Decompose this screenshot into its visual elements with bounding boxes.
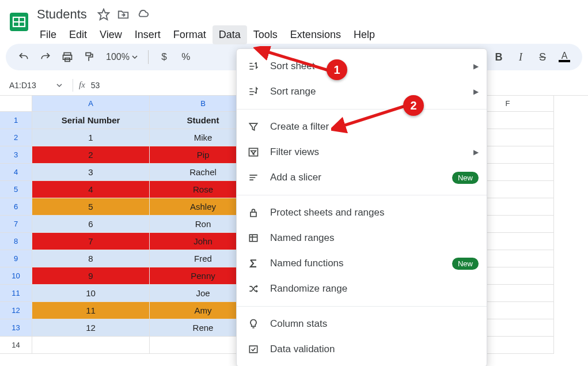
cell[interactable]: 8 (32, 250, 150, 267)
percent-button[interactable]: % (176, 47, 196, 67)
sort-range-icon (247, 85, 260, 98)
row-header[interactable]: 10 (0, 267, 32, 285)
row-header[interactable]: 6 (0, 198, 32, 216)
cell[interactable]: 5 (32, 198, 150, 216)
redo-button[interactable] (36, 47, 55, 67)
cell[interactable]: 10 (32, 285, 150, 302)
cloud-status-icon[interactable] (136, 8, 149, 21)
menu-help[interactable]: Help (347, 25, 381, 44)
zoom-value: 100% (106, 52, 130, 62)
cell[interactable]: 7 (32, 233, 150, 250)
cell[interactable] (32, 337, 150, 354)
menu-view[interactable]: View (93, 25, 128, 44)
menu-sort-range-label: Sort range (270, 86, 316, 97)
slicer-icon (247, 171, 260, 184)
row-header[interactable]: 13 (0, 319, 32, 337)
undo-button[interactable] (14, 47, 33, 67)
cell[interactable]: 3 (32, 164, 150, 181)
select-all-corner[interactable] (0, 96, 32, 112)
menu-edit[interactable]: Edit (63, 25, 93, 44)
menu-protect-sheets[interactable]: Protect sheets and ranges (237, 200, 487, 225)
cell[interactable]: 11 (32, 302, 150, 319)
row-header[interactable]: 9 (0, 250, 32, 267)
star-icon[interactable] (97, 8, 110, 21)
menu-insert[interactable]: Insert (128, 25, 167, 44)
lock-icon (247, 206, 260, 219)
zoom-select[interactable]: 100% (101, 47, 142, 67)
print-button[interactable] (58, 47, 77, 67)
menu-named-functions-label: Named functions (270, 258, 344, 269)
menu-named-functions[interactable]: Named functions New (237, 251, 487, 276)
text-color-button[interactable]: A (555, 47, 574, 67)
name-box[interactable]: A1:D13 (5, 81, 67, 90)
menu-create-filter-label: Create a filter (270, 121, 329, 133)
menu-file[interactable]: File (33, 25, 63, 44)
row-header[interactable]: 14 (0, 337, 32, 354)
cell[interactable]: 12 (32, 319, 150, 337)
menu-tools[interactable]: Tools (247, 25, 284, 44)
row-header[interactable]: 1 (0, 112, 32, 129)
submenu-caret-icon: ▶ (473, 62, 479, 70)
menu-add-slicer[interactable]: Add a slicer New (237, 165, 487, 190)
name-box-value: A1:D13 (9, 81, 36, 90)
sigma-icon (247, 257, 260, 270)
data-menu-dropdown: Sort sheet ▶ Sort range ▶ Create a filte… (236, 48, 487, 366)
menu-separator (237, 195, 487, 195)
menu-sort-sheet-label: Sort sheet (270, 61, 315, 72)
bold-button[interactable]: B (489, 47, 509, 67)
menu-column-stats-label: Column stats (270, 318, 327, 330)
cell[interactable]: 2 (32, 146, 150, 164)
row-header[interactable]: 4 (0, 164, 32, 181)
new-badge: New (452, 172, 479, 184)
menu-column-stats[interactable]: Column stats (237, 311, 487, 337)
row-header[interactable]: 2 (0, 129, 32, 146)
shuffle-icon (247, 282, 260, 295)
menu-add-slicer-label: Add a slicer (270, 172, 321, 183)
menu-sort-sheet[interactable]: Sort sheet ▶ (237, 54, 487, 79)
row-header[interactable]: 12 (0, 302, 32, 319)
menu-randomize-range[interactable]: Randomize range (237, 276, 487, 301)
sheets-logo[interactable] (5, 5, 33, 39)
column-header-A[interactable]: A (32, 96, 150, 112)
italic-button[interactable]: I (511, 47, 530, 67)
named-ranges-icon (247, 232, 260, 244)
row-header[interactable]: 5 (0, 181, 32, 198)
move-icon[interactable] (117, 8, 130, 21)
menu-data[interactable]: Data (213, 25, 247, 44)
title-bar: Students File Edit View Insert Format Da… (0, 0, 588, 40)
menu-named-ranges[interactable]: Named ranges (237, 225, 487, 251)
row-header[interactable]: 8 (0, 233, 32, 250)
cell[interactable]: Serial Number (32, 112, 150, 129)
menu-create-filter[interactable]: Create a filter (237, 114, 487, 139)
currency-button[interactable]: $ (154, 47, 174, 67)
row-header[interactable]: 7 (0, 216, 32, 233)
svg-rect-6 (63, 55, 72, 60)
formula-value[interactable]: 53 (91, 81, 100, 90)
menu-sort-range[interactable]: Sort range ▶ (237, 79, 487, 104)
menu-filter-views[interactable]: Filter views ▶ (237, 139, 487, 165)
menu-extensions[interactable]: Extensions (284, 25, 347, 44)
menu-format[interactable]: Format (167, 25, 213, 44)
fx-divider (73, 79, 73, 92)
chevron-down-icon (56, 82, 62, 88)
menu-separator (237, 109, 487, 110)
filter-icon (247, 120, 260, 133)
cell[interactable]: 4 (32, 181, 150, 198)
cell[interactable]: 1 (32, 129, 150, 146)
row-header[interactable]: 11 (0, 285, 32, 302)
toolbar-divider (148, 50, 149, 64)
menu-separator (237, 306, 487, 307)
svg-rect-8 (86, 53, 90, 56)
menu-data-validation[interactable]: Data validation (237, 337, 487, 362)
cell[interactable]: 6 (32, 216, 150, 233)
row-header[interactable]: 3 (0, 146, 32, 164)
annotation-callout-1: 1 (327, 59, 347, 80)
document-title[interactable]: Students (33, 6, 90, 23)
strikethrough-button[interactable]: S (533, 47, 552, 67)
menu-protect-label: Protect sheets and ranges (270, 207, 384, 218)
cell[interactable]: 9 (32, 267, 150, 285)
annotation-callout-2: 2 (403, 95, 424, 116)
svg-rect-10 (251, 212, 256, 217)
paint-format-button[interactable] (79, 47, 99, 67)
submenu-caret-icon: ▶ (473, 88, 479, 96)
